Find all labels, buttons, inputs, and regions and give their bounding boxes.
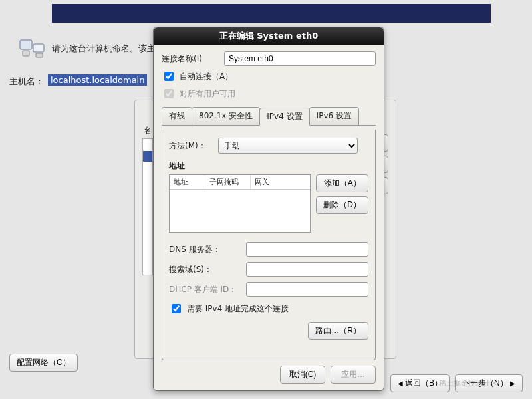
all-users-checkbox: 对所有用户可用 — [162, 87, 376, 100]
col-gateway: 网关 — [251, 175, 310, 189]
tab-ipv6[interactable]: IPv6 设置 — [309, 107, 359, 125]
svg-rect-0 — [20, 40, 32, 49]
configure-network-button[interactable]: 配置网络（C） — [9, 354, 78, 372]
svg-rect-1 — [33, 44, 44, 52]
col-address: 地址 — [170, 175, 205, 189]
delete-address-button[interactable]: 删除（D） — [316, 196, 368, 214]
name-column-header: 名 — [144, 125, 152, 136]
search-domains-input[interactable] — [246, 262, 368, 277]
require-ipv4-label: 需要 IPv4 地址完成这个连接 — [187, 303, 289, 315]
tab-wired[interactable]: 有线 — [162, 107, 192, 125]
svg-rect-2 — [23, 51, 29, 56]
hostname-label: 主机名： — [9, 76, 44, 88]
connection-name-label: 连接名称(I) — [162, 53, 219, 65]
back-button-label: 返回（B） — [405, 378, 442, 388]
dns-input[interactable] — [246, 242, 368, 257]
addresses-header: 地址 — [169, 160, 368, 172]
add-address-button[interactable]: 添加（A） — [316, 174, 368, 192]
top-banner — [52, 4, 491, 23]
routes-button[interactable]: 路由…（R） — [308, 322, 368, 340]
ipv4-tab-body: 方法(M)： 手动 地址 地址 子网掩码 网关 添加（ — [162, 130, 376, 360]
autoconnect-checkbox-input[interactable] — [164, 72, 174, 81]
autoconnect-label: 自动连接（A） — [180, 71, 233, 82]
method-select[interactable]: 手动 — [218, 138, 358, 154]
dns-label: DNS 服务器： — [169, 244, 241, 255]
dialog-title: 正在编辑 System eth0 — [154, 27, 384, 45]
all-users-label: 对所有用户可用 — [180, 88, 235, 100]
col-netmask: 子网掩码 — [205, 175, 251, 189]
tab-8021x[interactable]: 802.1x 安全性 — [192, 107, 260, 125]
method-label: 方法(M)： — [169, 140, 213, 152]
edit-connection-dialog: 正在编辑 System eth0 连接名称(I) 自动连接（A） 对所有用户可用… — [153, 27, 384, 391]
connection-list[interactable] — [142, 138, 153, 275]
apply-button: 应用… — [331, 366, 376, 384]
dhcp-client-id-label: DHCP 客户端 ID： — [169, 284, 241, 295]
autoconnect-checkbox[interactable]: 自动连接（A） — [162, 70, 376, 83]
instruction-text: 请为这台计算机命名。该主… — [52, 43, 164, 55]
next-button-label: 下一步（N） — [462, 378, 508, 388]
svg-rect-3 — [36, 53, 43, 57]
search-domains-label: 搜索域(S)： — [169, 264, 241, 275]
computer-icon — [19, 39, 45, 59]
tab-ipv4[interactable]: IPv4 设置 — [259, 108, 309, 126]
require-ipv4-checkbox[interactable]: 需要 IPv4 地址完成这个连接 — [169, 302, 368, 315]
tab-bar: 有线 802.1x 安全性 IPv4 设置 IPv6 设置 — [162, 107, 376, 126]
cancel-button[interactable]: 取消(C) — [280, 366, 325, 384]
next-button[interactable]: 下一步（N） ▶ — [455, 374, 523, 392]
addresses-table[interactable]: 地址 子网掩码 网关 — [169, 174, 311, 233]
all-users-checkbox-input — [164, 89, 174, 98]
back-button[interactable]: ◀ 返回（B） — [390, 374, 450, 392]
hostname-value[interactable]: localhost.localdomain — [48, 74, 147, 86]
dhcp-client-id-input — [246, 282, 368, 297]
connection-name-input[interactable] — [224, 51, 376, 66]
require-ipv4-checkbox-input[interactable] — [172, 304, 181, 313]
